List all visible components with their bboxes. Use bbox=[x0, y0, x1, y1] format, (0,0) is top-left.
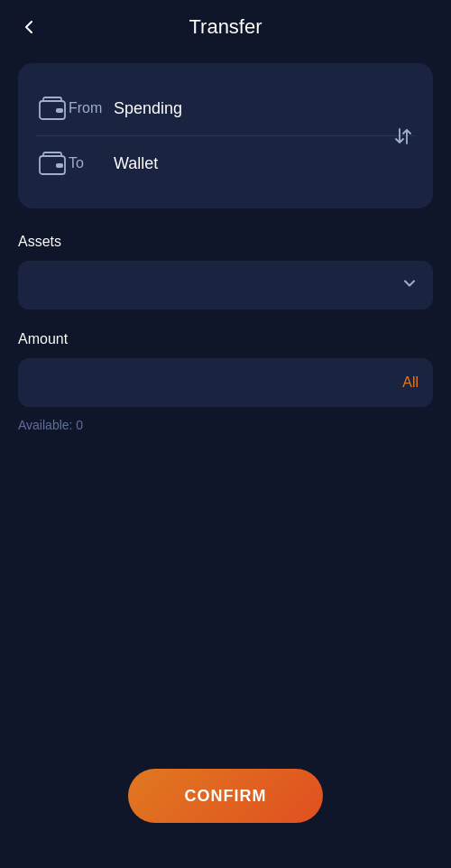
back-button[interactable] bbox=[18, 16, 40, 38]
page-title: Transfer bbox=[189, 15, 262, 39]
header: Transfer bbox=[0, 0, 451, 54]
chevron-down-icon bbox=[400, 274, 419, 297]
to-label: To bbox=[69, 155, 114, 171]
assets-dropdown[interactable] bbox=[18, 261, 433, 309]
to-row: To Wallet bbox=[36, 136, 415, 190]
swap-button[interactable] bbox=[391, 125, 415, 148]
to-value: Wallet bbox=[114, 154, 158, 173]
from-row: From Spending bbox=[36, 81, 415, 136]
transfer-card: From Spending To Wallet bbox=[18, 63, 433, 208]
svg-rect-3 bbox=[56, 163, 63, 168]
to-wallet-icon bbox=[36, 147, 69, 180]
main-content: From Spending To Wallet Assets bbox=[0, 54, 451, 441]
amount-section: Amount All bbox=[18, 331, 433, 407]
from-wallet-icon bbox=[36, 92, 69, 125]
from-label: From bbox=[69, 100, 114, 116]
amount-input-container: All bbox=[18, 358, 433, 407]
all-button[interactable]: All bbox=[402, 374, 419, 391]
available-balance: Available: 0 bbox=[18, 418, 433, 432]
amount-label: Amount bbox=[18, 331, 433, 347]
svg-rect-1 bbox=[56, 108, 63, 113]
amount-input[interactable] bbox=[32, 374, 402, 391]
assets-label: Assets bbox=[18, 234, 433, 250]
from-value: Spending bbox=[114, 99, 182, 118]
confirm-button[interactable]: CONFIRM bbox=[128, 769, 323, 823]
